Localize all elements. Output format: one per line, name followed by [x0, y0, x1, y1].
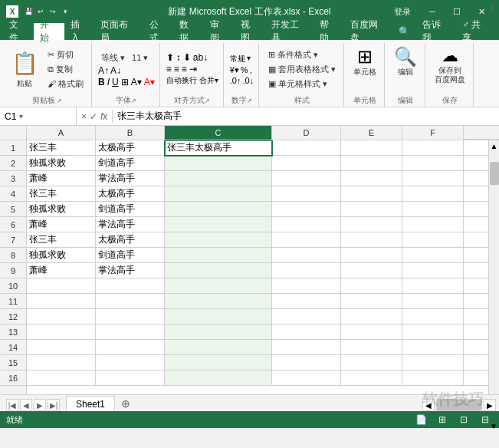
cell-5-E[interactable] — [341, 202, 402, 217]
cell-8-D[interactable] — [272, 248, 341, 263]
cell-11-A[interactable] — [27, 294, 96, 309]
cell-3-D[interactable] — [272, 171, 341, 186]
restore-button[interactable]: ☐ — [445, 4, 468, 19]
h-scroll-thumb[interactable] — [436, 399, 482, 411]
ribbon-collapse-button[interactable]: ∧ — [489, 3, 496, 14]
cell-6-A[interactable]: 萧峰 — [27, 217, 96, 232]
cell-9-A[interactable]: 萧峰 — [27, 263, 96, 278]
dropdown-icon[interactable]: ▾ — [60, 6, 71, 17]
menu-data[interactable]: 数据 — [173, 23, 204, 40]
cell-9-D[interactable] — [272, 263, 341, 278]
row-num-14[interactable]: 14 — [0, 340, 26, 355]
cell-5-B[interactable]: 剑道高手 — [96, 202, 165, 217]
vertical-scrollbar[interactable]: ▲ ▼ — [488, 140, 499, 394]
cell-5-C[interactable] — [165, 202, 272, 217]
cell-1-F[interactable] — [402, 140, 464, 156]
bold-button[interactable]: B — [98, 77, 105, 87]
fx-button[interactable]: fx — [100, 111, 107, 122]
normal-view-button[interactable]: ⊞ — [435, 413, 450, 426]
menu-search[interactable]: 🔍 — [392, 23, 416, 40]
format-painter-button[interactable]: 🖌 格式刷 — [44, 77, 87, 91]
menu-developer[interactable]: 开发工具 — [265, 23, 314, 40]
cell-16-C[interactable] — [165, 371, 272, 386]
cell-11-C[interactable] — [165, 294, 272, 309]
cell-6-F[interactable] — [402, 217, 464, 232]
h-scroll-right[interactable]: ▶ — [484, 399, 496, 411]
sheet-nav-last[interactable]: ▶| — [48, 399, 60, 411]
menu-page-layout[interactable]: 页面布局 — [94, 23, 143, 40]
cell-14-C[interactable] — [165, 340, 272, 355]
cell-7-C[interactable] — [165, 232, 272, 248]
increase-font-button[interactable]: A↑ — [98, 65, 109, 76]
row-num-4[interactable]: 4 — [0, 186, 26, 202]
decrease-decimal-button[interactable]: .0↓ — [242, 76, 254, 85]
cell-2-D[interactable] — [272, 156, 341, 171]
cell-10-F[interactable] — [402, 278, 464, 294]
menu-insert[interactable]: 插入 — [64, 23, 95, 40]
undo-icon[interactable]: ↩ — [35, 6, 46, 17]
paste-button[interactable]: 📋 粘贴 — [8, 46, 41, 92]
align-top-button[interactable]: ⬆ — [166, 52, 174, 63]
cell-1-E[interactable] — [341, 140, 402, 156]
alignment-expand-icon[interactable]: ↗ — [205, 97, 210, 104]
row-num-7[interactable]: 7 — [0, 232, 26, 248]
cell-13-D[interactable] — [272, 324, 341, 340]
underline-button[interactable]: U — [112, 77, 119, 87]
cell-16-A[interactable] — [27, 371, 96, 386]
currency-button[interactable]: ¥▾ — [230, 65, 239, 75]
cell-12-C[interactable] — [165, 309, 272, 324]
cell-6-B[interactable]: 掌法高手 — [96, 217, 165, 232]
cell-16-E[interactable] — [341, 371, 402, 386]
cell-1-A[interactable]: 张三丰 — [27, 140, 96, 156]
cell-13-A[interactable] — [27, 324, 96, 340]
cell-2-E[interactable] — [341, 156, 402, 171]
menu-file[interactable]: 文件 — [3, 23, 34, 40]
minimize-button[interactable]: ─ — [421, 4, 444, 19]
cell-12-F[interactable] — [402, 309, 464, 324]
sheet-nav-prev[interactable]: ◀ — [20, 399, 32, 411]
sheet-nav-next[interactable]: ▶ — [34, 399, 46, 411]
cell-15-A[interactable] — [27, 355, 96, 371]
menu-view[interactable]: 视图 — [235, 23, 265, 40]
align-middle-button[interactable]: ↕ — [176, 52, 181, 63]
row-num-11[interactable]: 11 — [0, 294, 26, 309]
font-expand-icon[interactable]: ↗ — [131, 97, 136, 104]
cell-11-B[interactable] — [96, 294, 165, 309]
cell-15-B[interactable] — [96, 355, 165, 371]
row-num-10[interactable]: 10 — [0, 278, 26, 294]
menu-review[interactable]: 审阅 — [204, 23, 235, 40]
cell-16-D[interactable] — [272, 371, 341, 386]
row-num-6[interactable]: 6 — [0, 217, 26, 232]
cell-6-C[interactable] — [165, 217, 272, 232]
cell-1-C[interactable]: 张三丰太极高手 — [165, 140, 272, 156]
row-num-2[interactable]: 2 — [0, 156, 26, 171]
cell-14-A[interactable] — [27, 340, 96, 355]
cell-1-D[interactable] — [272, 140, 341, 156]
merge-button[interactable]: 合并▾ — [199, 75, 218, 86]
menu-home[interactable]: 开始 — [34, 23, 64, 40]
italic-button[interactable]: I — [107, 77, 110, 87]
cut-button[interactable]: ✂ 剪切 — [44, 48, 87, 61]
cell-2-C[interactable] — [165, 156, 272, 171]
cell-2-B[interactable]: 剑道高手 — [96, 156, 165, 171]
row-num-3[interactable]: 3 — [0, 171, 26, 186]
cell-4-C[interactable] — [165, 186, 272, 202]
cell-12-E[interactable] — [341, 309, 402, 324]
fill-color-button[interactable]: A▾ — [131, 77, 142, 87]
cell-10-C[interactable] — [165, 278, 272, 294]
row-num-8[interactable]: 8 — [0, 248, 26, 263]
menu-baidu[interactable]: 百度网盘 — [344, 23, 392, 40]
edit-button[interactable]: 🔍 编辑 — [391, 46, 420, 92]
cell-3-E[interactable] — [341, 171, 402, 186]
cell-1-B[interactable]: 太极高手 — [96, 140, 165, 156]
cell-14-B[interactable] — [96, 340, 165, 355]
table-style-button[interactable]: ▦ 套用表格格式 ▾ — [265, 62, 339, 76]
col-header-d[interactable]: D — [272, 126, 341, 140]
cell-15-D[interactable] — [272, 355, 341, 371]
align-bottom-button[interactable]: ⬇ — [183, 52, 191, 63]
cell-3-C[interactable] — [165, 171, 272, 186]
cell-4-B[interactable]: 太极高手 — [96, 186, 165, 202]
menu-help[interactable]: 帮助 — [314, 23, 344, 40]
menu-formula[interactable]: 公式 — [143, 23, 174, 40]
cell-5-D[interactable] — [272, 202, 341, 217]
